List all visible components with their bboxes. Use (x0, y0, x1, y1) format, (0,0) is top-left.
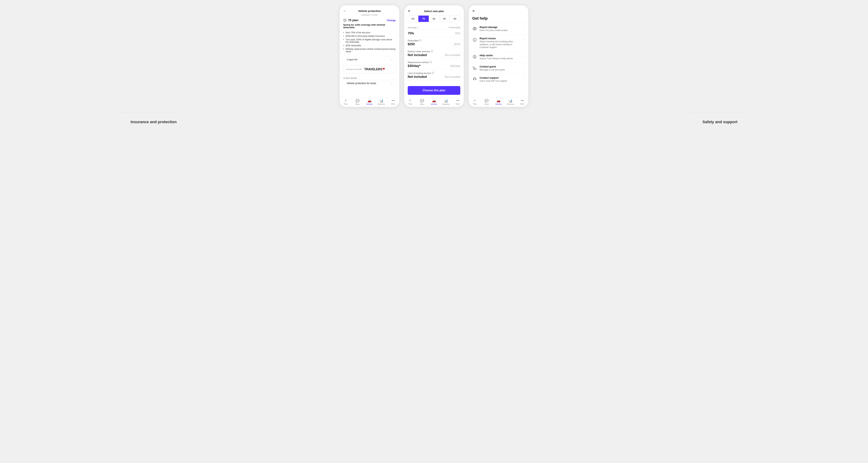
current-plan-label: CURRENT PLAN* (340, 14, 399, 16)
help-item-report-damage[interactable]: Report damage Even if it's just a small … (469, 23, 528, 34)
trips-label-3: Trips (473, 103, 476, 105)
learn-more-label: LEARN MORE (340, 76, 399, 80)
nav-trips-2[interactable]: /\ Trips (404, 99, 416, 105)
help-center-icon (472, 54, 477, 59)
host-take-new: 75% (408, 32, 414, 35)
section-labels: Insurance and protection Safety and supp… (3, 114, 865, 124)
nav-trips-3[interactable]: /\ Trips (469, 99, 480, 105)
tab-60[interactable]: 60 (408, 15, 418, 22)
contact-guest-title: Contact guest (479, 65, 522, 68)
contact-guest-desc: Message or call your guest (479, 68, 522, 71)
nav-business-3[interactable]: 📊 Business (504, 99, 517, 105)
get-help-title: Get help (469, 15, 528, 23)
deductible-info-icon: ⓘ (419, 39, 422, 42)
tab-80[interactable]: 80 (429, 15, 439, 22)
comp-row-exterior: Exterior wear and tear ⓘ Not included No… (408, 48, 460, 59)
phone-vehicle-protection: ← Vehicle protection CURRENT PLAN* 75 pl… (340, 5, 399, 107)
nav-inbox-1[interactable]: 💬 Inbox (351, 99, 364, 105)
help-item-help-center[interactable]: Help center Search Turo's library of hel… (469, 51, 528, 63)
deductible-header: Deductible ⓘ (408, 39, 460, 42)
help-item-contact-support[interactable]: Contact support Call or chat with Turo s… (469, 74, 528, 85)
shield-icon (343, 19, 347, 22)
nav-trips-1[interactable]: /\ Trips (340, 99, 351, 105)
deductible-values: $250 $250 (408, 42, 460, 46)
nav-vehicles-1[interactable]: 🚗 Vehicles (364, 99, 375, 105)
report-damage-text: Report damage Even if it's just a small … (479, 26, 522, 32)
plan-bullets-list: Earn 75% of the trip price $750,000 in t… (340, 30, 399, 55)
plan-name: 75 plan (343, 19, 359, 22)
exterior-new: Not included (408, 53, 427, 57)
svg-rect-0 (473, 28, 476, 30)
vph-chevron-icon: › (392, 82, 392, 85)
contact-guest-text: Contact guest Message or call your guest (479, 65, 522, 71)
close-button-2[interactable]: ✕ (408, 9, 410, 13)
inbox-icon-3: 💬 (485, 99, 489, 103)
section-label-spacer (410, 120, 469, 124)
deductible-old: $250 (454, 43, 460, 46)
deductible-new: $250 (408, 42, 415, 46)
help-item-contact-guest[interactable]: Contact guest Message or call your guest… (469, 63, 528, 74)
divider-right (689, 112, 748, 112)
vehicles-label-3: Vehicles (495, 103, 502, 105)
section-label-insurance: Insurance and protection (131, 120, 177, 124)
divider-left (120, 112, 179, 112)
trips-icon-3: /\ (474, 99, 475, 102)
inbox-icon-2: 💬 (420, 99, 424, 103)
nav-more-2[interactable]: ••• More (452, 99, 464, 105)
help-items-list: Report damage Even if it's just a small … (469, 23, 528, 97)
nav-vehicles-3[interactable]: 🚗 Vehicles (493, 99, 504, 105)
nav-more-3[interactable]: ••• More (517, 99, 528, 105)
insurance-label: Insurance provider (346, 68, 362, 70)
loss-old: Not included (445, 75, 460, 78)
vehicles-icon-2: 🚗 (432, 99, 436, 103)
phone-select-plan: ✕ Select new plan 60 75 80 85 90 Host ta… (404, 5, 464, 107)
vehicles-icon-3: 🚗 (497, 99, 500, 103)
business-label-3: Business (507, 103, 514, 105)
report-damage-chevron-icon: › (524, 27, 525, 29)
loss-header: Loss of hosting income ⓘ (408, 71, 460, 75)
trips-label-1: Trips (344, 103, 347, 105)
more-icon-2: ••• (456, 99, 460, 102)
phone-get-help: ✕ Get help Report damage Even if it's ju… (469, 5, 528, 107)
vph-row[interactable]: Vehicle protection for hosts › (343, 80, 396, 87)
help-center-chevron-icon: › (524, 55, 525, 58)
more-label-1: More (392, 103, 396, 105)
contact-support-title: Contact support (479, 76, 522, 79)
tab-75[interactable]: 75 (418, 15, 429, 22)
divider-middle-spacer (404, 112, 464, 112)
report-issues-chevron-icon: › (524, 38, 525, 40)
trips-icon: /\ (345, 99, 346, 102)
nav-more-1[interactable]: ••• More (388, 99, 399, 105)
legal-info-row[interactable]: *Legal info › (343, 56, 396, 63)
replacement-info-icon: ⓘ (430, 61, 432, 64)
svg-point-4 (474, 40, 475, 40)
report-issues-desc: Report cleaning and smoking policy viola… (479, 40, 522, 49)
tab-90[interactable]: 90 (450, 15, 460, 22)
bullet-2: $750,000 in third-party liability insura… (343, 34, 396, 38)
contact-support-chevron-icon: › (524, 77, 525, 80)
nav-inbox-3[interactable]: 💬 Inbox (480, 99, 493, 105)
change-plan-button[interactable]: Change (387, 19, 396, 22)
close-button-3[interactable]: ✕ (472, 9, 475, 13)
back-arrow-icon[interactable]: ← (343, 9, 346, 13)
nav-inbox-2[interactable]: 💬 Inbox (416, 99, 428, 105)
bullet-3: Turo pays 100% of eligible damage costs … (343, 38, 396, 44)
comparison-section: Host take ⓘ Current plan 75% 75% Deducti… (404, 25, 464, 84)
business-icon-2: 📊 (444, 99, 448, 103)
help-item-report-issues[interactable]: Report issues Report cleaning and smokin… (469, 34, 528, 51)
trips-icon-2: /\ (409, 99, 411, 102)
nav-business-2[interactable]: 📊 Business (440, 99, 452, 105)
bullet-1: Earn 75% of the trip price (343, 31, 396, 34)
nav-business-1[interactable]: 📊 Business (375, 99, 388, 105)
vehicles-label-1: Vehicles (366, 103, 373, 105)
contact-support-desc: Call or chat with Turo support (479, 79, 522, 82)
phone1-header: ← Vehicle protection (340, 5, 399, 14)
comp-row-loss: Loss of hosting income ⓘ Not included No… (408, 70, 460, 80)
vehicles-icon-1: 🚗 (368, 99, 371, 103)
trips-label-2: Trips (408, 103, 412, 105)
tab-85[interactable]: 85 (439, 15, 450, 22)
choose-plan-button[interactable]: Choose this plan (408, 86, 460, 95)
report-damage-title: Report damage (479, 26, 522, 29)
nav-vehicles-2[interactable]: 🚗 Vehicles (428, 99, 440, 105)
more-icon-1: ••• (392, 99, 395, 102)
